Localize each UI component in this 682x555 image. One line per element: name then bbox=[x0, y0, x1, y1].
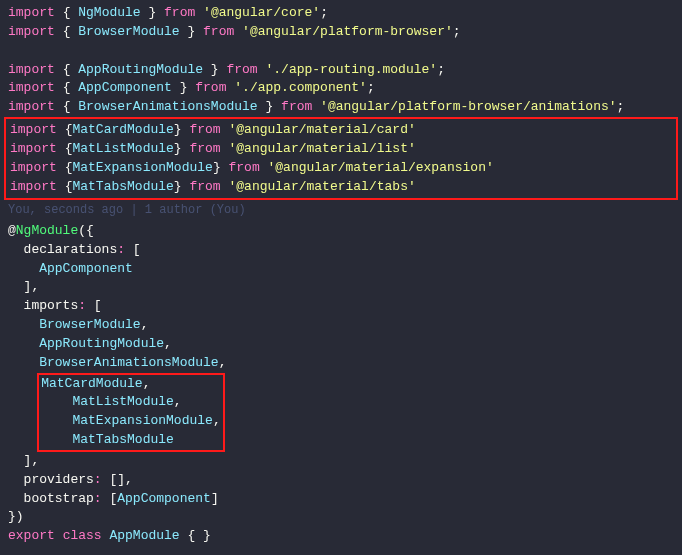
highlight-box-modules: MatCardModule, MatListModule, MatExpansi… bbox=[8, 373, 674, 452]
code-line: import { AppRoutingModule } from './app-… bbox=[8, 61, 674, 80]
code-line: declarations: [ bbox=[8, 241, 674, 260]
code-line: import {MatCardModule} from '@angular/ma… bbox=[10, 121, 672, 140]
code-line: import { BrowserAnimationsModule } from … bbox=[8, 98, 674, 117]
code-line: }) bbox=[8, 508, 674, 527]
gitlens-annotation: You, seconds ago | 1 author (You) bbox=[8, 202, 674, 219]
code-line: bootstrap: [AppComponent] bbox=[8, 490, 674, 509]
code-line: BrowserModule, bbox=[8, 316, 674, 335]
code-line: providers: [], bbox=[8, 471, 674, 490]
code-line: import { AppComponent } from './app.comp… bbox=[8, 79, 674, 98]
code-line: import {MatExpansionModule} from '@angul… bbox=[10, 159, 672, 178]
code-line: AppComponent bbox=[8, 260, 674, 279]
code-line: AppRoutingModule, bbox=[8, 335, 674, 354]
code-line: import {MatListModule} from '@angular/ma… bbox=[10, 140, 672, 159]
code-editor[interactable]: import { NgModule } from '@angular/core'… bbox=[8, 4, 674, 546]
code-line: ], bbox=[8, 452, 674, 471]
code-line: export class AppModule { } bbox=[8, 527, 674, 546]
code-line: @NgModule({ bbox=[8, 222, 674, 241]
code-line: import { NgModule } from '@angular/core'… bbox=[8, 4, 674, 23]
code-line: import {MatTabsModule} from '@angular/ma… bbox=[10, 178, 672, 197]
blank-line bbox=[8, 42, 674, 61]
code-line: ], bbox=[8, 278, 674, 297]
highlight-box-imports: import {MatCardModule} from '@angular/ma… bbox=[4, 117, 678, 200]
code-line: imports: [ bbox=[8, 297, 674, 316]
code-line: BrowserAnimationsModule, bbox=[8, 354, 674, 373]
code-line: import { BrowserModule } from '@angular/… bbox=[8, 23, 674, 42]
